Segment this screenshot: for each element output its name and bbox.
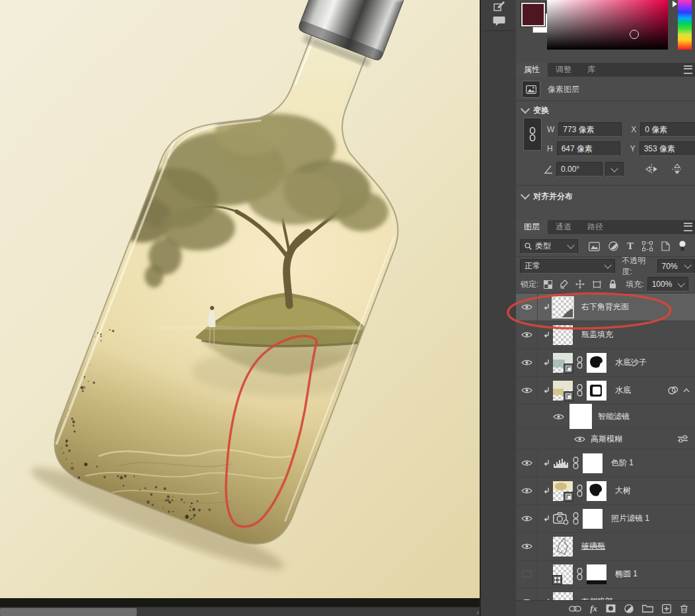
layer-row[interactable]: 智能滤镜 <box>516 404 695 429</box>
lock-transparency-icon[interactable] <box>544 280 552 289</box>
width-field[interactable]: 773 像素 <box>558 122 622 137</box>
scrollbar-thumb[interactable] <box>0 608 137 616</box>
link-layers-icon[interactable] <box>569 605 581 612</box>
filter-adjustment-layers-icon[interactable] <box>608 241 618 251</box>
mask-link-icon[interactable] <box>577 484 583 497</box>
lock-position-icon[interactable] <box>575 280 585 289</box>
lock-artboard-icon[interactable] <box>592 280 602 289</box>
fill-field[interactable]: 100% <box>647 277 688 291</box>
layer-name[interactable]: 水底沙子 <box>615 357 647 368</box>
lock-pixels-icon[interactable] <box>560 280 568 289</box>
add-layer-mask-icon[interactable] <box>606 604 616 613</box>
layer-row[interactable]: 照片滤镜 1 <box>516 505 695 533</box>
layer-thumbnail[interactable] <box>553 592 573 601</box>
horizontal-scrollbar[interactable]: › <box>0 607 490 616</box>
hue-strip[interactable] <box>678 0 692 50</box>
layer-row[interactable]: 玻璃瓶 <box>516 533 695 560</box>
edit-pencil-icon[interactable] <box>491 0 508 13</box>
layer-thumbnail[interactable] <box>553 481 573 501</box>
visibility-toggle[interactable] <box>516 505 538 532</box>
mask-link-icon[interactable] <box>573 512 579 525</box>
delete-layer-icon[interactable] <box>680 604 688 613</box>
filter-shape-layers-icon[interactable] <box>642 241 653 251</box>
scroll-right-arrow-icon[interactable]: › <box>476 607 479 616</box>
layer-name[interactable]: 右下角背光面 <box>581 301 629 313</box>
tab-adjustments[interactable]: 调整 <box>548 63 579 77</box>
smart-filter-mask-thumbnail[interactable] <box>569 404 592 429</box>
layer-name[interactable]: 色阶 1 <box>611 457 634 469</box>
layer-mask-thumbnail[interactable] <box>587 481 606 501</box>
layer-row[interactable]: 高斯模糊 <box>516 429 695 449</box>
layer-mask-thumbnail[interactable] <box>587 381 606 401</box>
foreground-color-swatch[interactable] <box>521 3 545 26</box>
layer-thumbnail[interactable] <box>553 564 573 584</box>
layer-name[interactable]: 高斯模糊 <box>591 434 622 445</box>
visibility-toggle[interactable] <box>516 293 538 321</box>
visibility-eye-icon[interactable] <box>521 387 532 394</box>
layer-thumbnail[interactable] <box>553 353 573 373</box>
y-field[interactable]: 353 像素 <box>640 141 695 156</box>
layer-thumbnail[interactable] <box>553 325 573 345</box>
layer-name[interactable]: 玻璃瓶 <box>581 541 605 552</box>
layer-thumbnail[interactable] <box>553 512 569 525</box>
x-field[interactable]: 0 像素 <box>640 122 695 137</box>
visibility-eye-icon[interactable] <box>521 515 532 522</box>
layer-name[interactable]: 椭圆 1 <box>615 568 638 580</box>
layer-thumbnail[interactable] <box>553 381 573 401</box>
visibility-toggle[interactable] <box>516 560 538 588</box>
angle-dropdown[interactable] <box>605 162 624 176</box>
visibility-toggle[interactable] <box>516 449 538 477</box>
mask-link-icon[interactable] <box>577 568 583 580</box>
layer-row[interactable]: 大树 <box>516 477 695 505</box>
color-cursor[interactable] <box>630 30 639 39</box>
comment-bubble-icon[interactable] <box>491 15 508 28</box>
layer-thumbnail[interactable] <box>553 537 573 557</box>
align-section-header[interactable]: 对齐并分布 <box>516 190 695 202</box>
visibility-eye-icon[interactable] <box>521 359 532 366</box>
visibility-toggle[interactable] <box>516 349 538 376</box>
flip-horizontal-icon[interactable] <box>645 164 659 174</box>
layer-name[interactable]: 水底 <box>615 385 631 396</box>
layer-name[interactable]: 照片滤镜 1 <box>611 513 649 524</box>
visibility-eye-icon[interactable] <box>521 331 532 338</box>
layer-name[interactable]: 大树 <box>615 485 631 496</box>
layer-row[interactable]: 瓶盖填充 <box>516 321 695 349</box>
tab-properties[interactable]: 属性 <box>516 63 548 77</box>
visibility-eye-icon[interactable] <box>553 413 564 420</box>
visibility-toggle[interactable] <box>516 321 538 348</box>
tab-libraries[interactable]: 库 <box>579 63 603 77</box>
layer-name[interactable]: 智能滤镜 <box>598 411 630 422</box>
visibility-toggle[interactable] <box>516 588 538 600</box>
visibility-eye-icon[interactable] <box>521 543 532 550</box>
filter-toggle-switch-icon[interactable] <box>678 241 686 252</box>
layer-filter-type-select[interactable]: 类型 <box>520 239 578 254</box>
layer-style-fx-icon[interactable]: fx <box>590 603 597 614</box>
panel-menu-icon[interactable] <box>684 63 695 77</box>
opacity-field[interactable]: 70% <box>657 259 695 274</box>
hue-slider-pointer[interactable] <box>673 1 677 7</box>
mask-link-icon[interactable] <box>573 457 579 469</box>
layer-row[interactable]: 右下角背光面 <box>516 293 695 321</box>
saturation-brightness-field[interactable] <box>547 0 668 50</box>
visibility-eye-icon[interactable] <box>574 436 585 443</box>
visibility-toggle[interactable] <box>516 533 538 560</box>
layer-mask-thumbnail[interactable] <box>587 564 606 584</box>
layer-name[interactable]: 瓶盖填充 <box>581 329 613 340</box>
new-group-icon[interactable] <box>642 604 653 613</box>
tab-paths[interactable]: 路径 <box>579 220 611 234</box>
visibility-toggle[interactable] <box>516 377 538 404</box>
tab-layers[interactable]: 图层 <box>516 220 548 234</box>
layer-mask-thumbnail[interactable] <box>587 353 606 373</box>
angle-field[interactable]: 0.00° <box>556 162 603 176</box>
new-layer-icon[interactable] <box>662 604 671 613</box>
mask-link-icon[interactable] <box>577 356 583 369</box>
layer-row[interactable]: 椭圆 1 <box>516 560 695 588</box>
layer-mask-thumbnail[interactable] <box>583 453 603 473</box>
lock-all-icon[interactable] <box>609 280 616 289</box>
layers-panel-menu-icon[interactable] <box>684 220 695 234</box>
layer-thumbnail[interactable] <box>553 457 569 469</box>
visibility-hidden-icon[interactable] <box>521 570 532 578</box>
blend-mode-select[interactable]: 正常 <box>520 259 615 274</box>
layer-row[interactable]: 色阶 1 <box>516 449 695 477</box>
new-adjustment-layer-icon[interactable] <box>624 604 634 613</box>
